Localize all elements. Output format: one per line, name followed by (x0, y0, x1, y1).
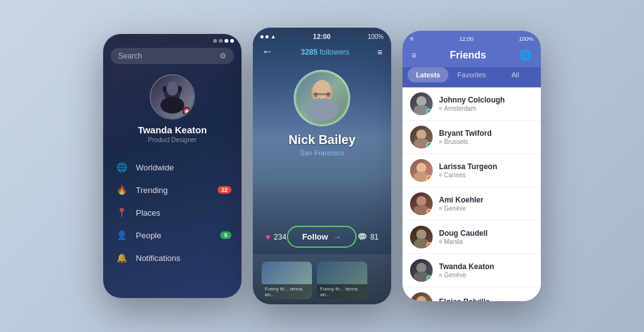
friend-item-1[interactable]: Bryant Twiford Brussels (402, 121, 541, 154)
thumbnails-section: Funny th... tence, an... Funny th... ten… (253, 257, 391, 304)
status-dot-2 (426, 175, 432, 181)
thumb1-overlay: Funny th... tence, an... (262, 284, 312, 299)
wifi-icon: ▲ (270, 33, 276, 40)
friend-item-4[interactable]: Doug Caudell Manila (402, 221, 541, 254)
like-section: ♥ 234 (265, 232, 286, 242)
comment-section: 💬 81 (357, 232, 379, 241)
phone2-location: San Francisco (300, 149, 344, 157)
friend-item-3[interactable]: Ami Koehler Genève (402, 187, 541, 221)
hamburger-icon[interactable]: ≡ (377, 47, 382, 57)
search-label: Search (118, 52, 142, 60)
p3-hamburger-icon[interactable]: ≡ (411, 50, 416, 60)
trending-icon: 🔥 (116, 185, 127, 195)
svg-point-11 (416, 96, 426, 106)
loc-dot-4 (439, 240, 442, 243)
p3-time: 12:00 (459, 36, 474, 42)
menu-item-trending[interactable]: 🔥 Trending 22 (103, 179, 242, 201)
places-icon: 📍 (116, 208, 127, 218)
friend-name-4: Doug Caudell (439, 229, 533, 238)
people-badge: 5 (220, 231, 231, 239)
nick-bailey-avatar (296, 70, 348, 126)
friend-location-4: Manila (439, 238, 533, 245)
tab-all[interactable]: All (495, 67, 536, 82)
friend-info-6: Eloise Belville (439, 297, 533, 301)
menu-item-worldwide[interactable]: 🌐 Worldwide (103, 156, 242, 179)
svg-point-15 (416, 163, 426, 173)
follow-button[interactable]: Follow → (287, 226, 356, 248)
thumbnail-2[interactable]: Funny th... tence, an... (317, 262, 367, 299)
svg-point-5 (311, 80, 333, 104)
loc-dot-1 (439, 140, 442, 143)
thumbnail-1[interactable]: Funny th... tence, an... (262, 262, 312, 299)
friend-item-6[interactable]: Eloise Belville (402, 287, 541, 301)
friend-name-6: Eloise Belville (439, 297, 533, 301)
status-dot-3 (426, 209, 432, 214)
followers-label: followers (319, 48, 349, 57)
menu-item-people[interactable]: 👤 People 5 (103, 224, 242, 246)
tabs-bar: Latests Favorites All (402, 67, 541, 87)
friend-info-3: Ami Koehler Genève (439, 196, 533, 212)
friend-avatar-1 (410, 126, 433, 148)
people-icon: 👤 (116, 230, 127, 240)
worldwide-icon: 🌐 (116, 162, 127, 172)
status-dot4 (230, 39, 234, 43)
menu-label-notifications: Notifications (136, 253, 180, 263)
comments-count: 81 (370, 233, 379, 241)
friend-location-2: Cannes (439, 172, 533, 179)
loc-dot-2 (439, 174, 442, 177)
menu-item-places[interactable]: 📍 Places (103, 201, 242, 224)
menu-label-trending: Trending (136, 185, 168, 195)
back-button[interactable]: ← (262, 45, 273, 58)
friend-name-2: Larissa Turgeon (439, 162, 533, 171)
svg-point-6 (306, 98, 338, 121)
friend-avatar-5 (410, 259, 433, 282)
phone3-title: Friends (450, 50, 486, 61)
phone2-time: 12:00 (313, 33, 331, 40)
menu-label-people: People (136, 231, 161, 240)
p3-status-left: ≡ (410, 35, 414, 42)
follow-arrow-icon: → (333, 232, 341, 241)
likes-count: 234 (274, 233, 286, 241)
loc-dot-0 (439, 107, 442, 110)
status-dot-0 (426, 109, 432, 114)
friend-item-0[interactable]: Johnny Colclough Amsterdam (402, 87, 541, 121)
search-bar[interactable]: Search ⚙ (111, 48, 234, 64)
status-left: ▲ (260, 33, 276, 40)
friend-name-0: Johnny Colclough (439, 96, 533, 104)
friend-location-3: Genève (439, 205, 533, 212)
notification-dot (182, 107, 191, 116)
notifications-icon: 🔔 (116, 253, 127, 263)
phone2-status-bar: ▲ 12:00 100% (253, 28, 391, 43)
gear-icon[interactable]: ⚙ (219, 52, 226, 60)
svg-rect-10 (313, 94, 331, 96)
status-dot-4 (426, 242, 432, 248)
phone2-actions: ♥ 234 Follow → 💬 81 (253, 217, 391, 257)
svg-point-17 (416, 196, 426, 206)
friend-name-1: Bryant Twiford (439, 129, 533, 138)
profile-name: Twanda Keaton (138, 124, 207, 135)
tab-favorites[interactable]: Favorites (451, 67, 492, 82)
menu-item-notifications[interactable]: 🔔 Notifications (103, 246, 242, 269)
globe-icon[interactable]: 🌐 (519, 49, 532, 61)
heart-icon: ♥ (265, 232, 270, 242)
phone1: Search ⚙ Twanda Ke (103, 34, 242, 298)
svg-rect-8 (314, 92, 318, 97)
avatar (150, 74, 195, 119)
followers-info: 3285 followers (301, 48, 349, 57)
friend-avatar-4 (410, 226, 433, 248)
status-dot1 (213, 39, 217, 43)
phone1-status-bar (103, 34, 242, 45)
loc-dot-5 (439, 274, 442, 277)
friend-item-2[interactable]: Larissa Turgeon Cannes (402, 154, 541, 187)
tab-latests[interactable]: Latests (408, 67, 448, 82)
phone3: ≡ 12:00 100% ≡ Friends 🌐 Latests Favorit… (402, 31, 541, 301)
friend-avatar-6 (410, 292, 433, 301)
friends-list: Johnny Colclough Amsterdam Bryant Twifor… (402, 87, 541, 301)
svg-point-2 (167, 81, 179, 96)
followers-count: 3285 (301, 48, 318, 57)
friend-location-0: Amsterdam (439, 105, 533, 112)
friend-info-1: Bryant Twiford Brussels (439, 129, 533, 145)
follow-label: Follow (302, 232, 328, 241)
friend-item-5[interactable]: Twanda Keaton Genève (402, 254, 541, 287)
trending-badge: 22 (218, 186, 231, 194)
